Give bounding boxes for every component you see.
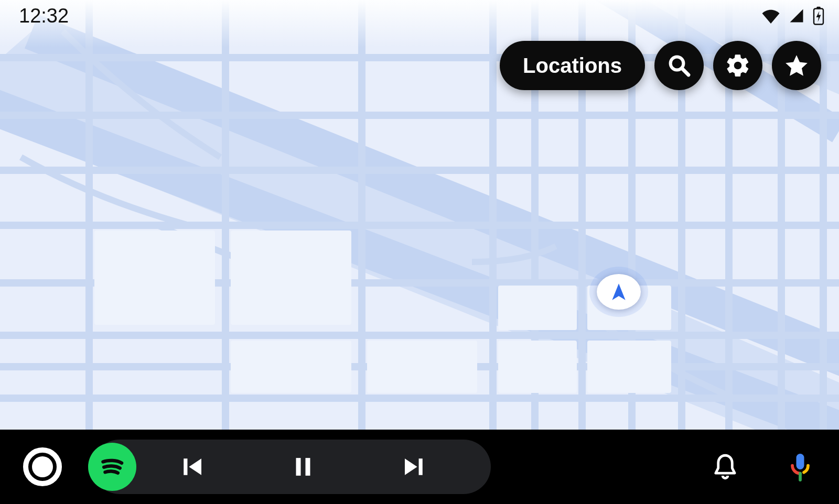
pause-button[interactable] [248,453,359,481]
svg-rect-34 [816,7,821,9]
assistant-button[interactable] [784,451,816,483]
skip-previous-icon [178,453,206,481]
car-nav-bar [0,430,839,504]
spotify-app-icon[interactable] [88,443,136,491]
media-control-pill [92,440,491,494]
current-location-marker[interactable] [597,274,641,310]
pause-icon [289,453,317,481]
home-button[interactable] [23,447,62,486]
phone-screen: 12:32 Locat [0,0,839,504]
svg-line-36 [682,69,689,75]
assistant-mic-icon [784,451,816,483]
svg-rect-32 [587,341,671,393]
svg-rect-29 [498,341,577,393]
gear-icon [725,52,751,79]
svg-rect-40 [419,458,423,475]
wifi-icon [761,8,780,24]
notifications-button[interactable] [710,452,740,482]
map-top-controls: Locations [500,41,821,90]
favorites-button[interactable] [772,41,821,90]
cell-signal-icon [788,8,805,24]
settings-button[interactable] [713,41,762,90]
status-bar: 12:32 [0,0,839,31]
svg-rect-30 [498,286,577,330]
locations-button[interactable]: Locations [500,41,645,90]
svg-rect-38 [296,458,301,476]
previous-track-button[interactable] [136,453,248,481]
next-track-button[interactable] [359,453,470,481]
star-icon [783,52,810,79]
spotify-icon [96,451,128,483]
battery-charging-icon [813,6,824,25]
svg-rect-26 [231,231,351,325]
svg-rect-25 [94,231,215,325]
search-icon [666,53,692,78]
car-right-icons [710,451,816,483]
skip-next-icon [400,453,428,481]
bell-icon [710,452,740,482]
navigation-arrow-icon [609,282,629,302]
svg-rect-37 [184,458,187,475]
svg-rect-39 [306,458,310,476]
clock: 12:32 [19,5,69,27]
svg-rect-28 [367,341,477,393]
search-button[interactable] [654,41,704,90]
svg-rect-27 [231,341,351,393]
locations-label: Locations [523,54,622,78]
svg-rect-41 [797,454,804,469]
